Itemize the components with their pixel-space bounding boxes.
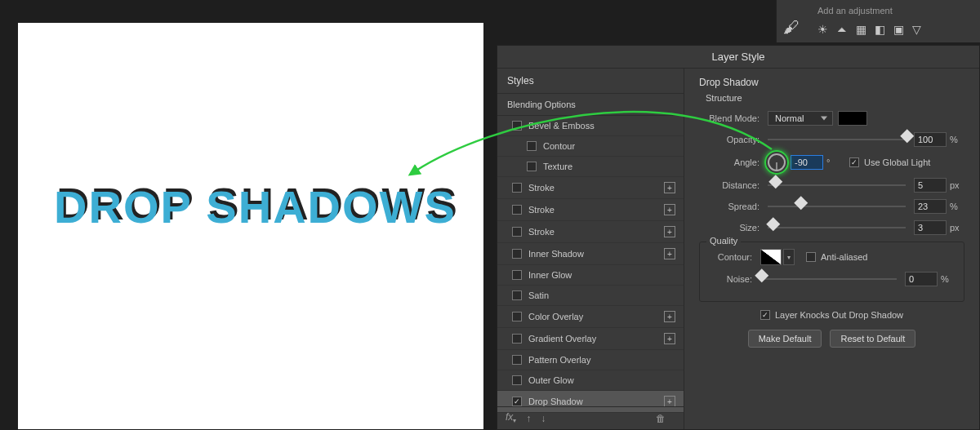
style-checkbox[interactable] — [527, 162, 537, 171]
styles-header[interactable]: Styles — [497, 69, 684, 94]
more-icon[interactable]: ▽ — [912, 23, 921, 36]
style-checkbox[interactable] — [527, 141, 537, 151]
adjustments-panel: ◯ 🖌 Add an adjustment ☀ ⏶ ▦ ◧ ▣ ▽ — [776, 0, 980, 42]
move-up-icon[interactable]: ↑ — [526, 413, 531, 424]
size-field[interactable]: 3 — [914, 220, 947, 235]
angle-highlight-ring — [764, 150, 789, 175]
opacity-field[interactable]: 100 — [914, 132, 947, 147]
make-default-button[interactable]: Make Default — [748, 330, 822, 348]
style-checkbox[interactable] — [512, 355, 522, 365]
add-effect-icon[interactable]: + — [664, 248, 675, 259]
style-checkbox[interactable] — [512, 290, 522, 300]
anti-aliased-checkbox[interactable] — [806, 252, 816, 262]
add-effect-icon[interactable]: + — [664, 396, 675, 407]
style-checkbox[interactable] — [512, 375, 522, 385]
fx-menu[interactable]: fx▾ — [506, 411, 516, 424]
knockout-label: Layer Knocks Out Drop Shadow — [775, 310, 903, 320]
use-global-light-checkbox[interactable] — [849, 157, 859, 167]
noise-slider[interactable] — [760, 278, 897, 280]
styles-footer: fx▾ ↑ ↓ 🗑 — [497, 406, 684, 429]
style-item-stroke[interactable]: Stroke+ — [497, 177, 684, 199]
distance-row: Distance: 5 px — [699, 178, 964, 193]
style-label: Stroke — [528, 205, 664, 215]
style-checkbox[interactable] — [512, 397, 522, 406]
size-slider[interactable] — [768, 227, 906, 228]
add-effect-icon[interactable]: + — [664, 226, 675, 237]
spread-slider[interactable] — [768, 206, 906, 207]
contour-label: Contour: — [708, 252, 760, 262]
style-item-satin[interactable]: Satin — [497, 286, 684, 306]
style-item-bevel-emboss[interactable]: Bevel & Emboss — [497, 116, 684, 136]
noise-field[interactable]: 0 — [905, 272, 938, 286]
style-item-color-overlay[interactable]: Color Overlay+ — [497, 306, 684, 328]
blend-mode-row: Blend Mode: Normal — [699, 111, 964, 126]
vibrance-icon[interactable]: ▣ — [893, 23, 904, 36]
style-label: Outer Glow — [528, 375, 675, 385]
style-label: Inner Glow — [528, 270, 675, 280]
style-item-inner-shadow[interactable]: Inner Shadow+ — [497, 243, 684, 265]
style-checkbox[interactable] — [512, 183, 522, 193]
blending-options[interactable]: Blending Options — [497, 94, 684, 116]
style-item-pattern-overlay[interactable]: Pattern Overlay — [497, 350, 684, 370]
blend-mode-label: Blend Mode: — [699, 113, 768, 123]
move-down-icon[interactable]: ↓ — [541, 413, 546, 424]
style-label: Texture — [543, 162, 675, 171]
blend-mode-select[interactable]: Normal — [768, 111, 833, 126]
contour-row: Contour: ▾ Anti-aliased — [708, 249, 956, 265]
curves-icon[interactable]: ▦ — [856, 23, 866, 36]
style-checkbox[interactable] — [512, 205, 522, 215]
distance-slider[interactable] — [768, 184, 906, 186]
style-checkbox[interactable] — [512, 249, 522, 259]
angle-label: Angle: — [699, 157, 768, 167]
canvas[interactable]: DROP SHADOWS — [18, 23, 483, 429]
reset-default-button[interactable]: Reset to Default — [830, 330, 915, 348]
angle-field[interactable]: -90 — [791, 155, 823, 170]
contour-preview[interactable] — [760, 249, 782, 265]
spread-field[interactable]: 23 — [914, 199, 947, 214]
canvas-text[interactable]: DROP SHADOWS — [54, 180, 457, 233]
style-item-inner-glow[interactable]: Inner Glow — [497, 265, 684, 286]
add-effect-icon[interactable]: + — [664, 311, 675, 322]
style-label: Stroke — [528, 227, 664, 237]
style-label: Stroke — [528, 183, 664, 193]
trash-icon[interactable]: 🗑 — [656, 413, 666, 424]
section-title: Drop Shadow — [699, 77, 964, 88]
dialog-title: Layer Style — [497, 46, 979, 69]
style-item-contour[interactable]: Contour — [497, 136, 684, 157]
exposure-icon[interactable]: ◧ — [875, 23, 885, 36]
anti-aliased-label: Anti-aliased — [821, 252, 867, 262]
size-label: Size: — [699, 223, 768, 233]
levels-icon[interactable]: ⏶ — [836, 23, 848, 36]
style-item-outer-glow[interactable]: Outer Glow — [497, 370, 684, 391]
structure-label: Structure — [706, 93, 964, 103]
style-label: Drop Shadow — [528, 397, 664, 406]
style-label: Inner Shadow — [528, 249, 664, 259]
settings-column: Drop Shadow Structure Blend Mode: Normal… — [684, 69, 979, 429]
spread-label: Spread: — [699, 202, 768, 211]
style-item-stroke[interactable]: Stroke+ — [497, 221, 684, 243]
style-checkbox[interactable] — [512, 334, 522, 344]
add-effect-icon[interactable]: + — [664, 204, 675, 215]
add-effect-icon[interactable]: + — [664, 182, 675, 193]
knockout-row: Layer Knocks Out Drop Shadow — [699, 310, 964, 320]
style-checkbox[interactable] — [512, 270, 522, 280]
shadow-color-swatch[interactable] — [838, 111, 867, 126]
quality-group: Quality Contour: ▾ Anti-aliased Noise: 0… — [699, 242, 964, 302]
style-label: Contour — [543, 141, 675, 151]
noise-row: Noise: 0 % — [708, 272, 956, 286]
adjustment-icons: ☀ ⏶ ▦ ◧ ▣ ▽ — [817, 23, 921, 36]
opacity-slider[interactable] — [768, 139, 906, 140]
brightness-icon[interactable]: ☀ — [817, 23, 828, 36]
distance-field[interactable]: 5 — [914, 178, 947, 193]
style-item-texture[interactable]: Texture — [497, 157, 684, 177]
style-checkbox[interactable] — [512, 121, 522, 131]
style-item-stroke[interactable]: Stroke+ — [497, 199, 684, 221]
style-item-gradient-overlay[interactable]: Gradient Overlay+ — [497, 328, 684, 350]
style-checkbox[interactable] — [512, 312, 522, 321]
add-effect-icon[interactable]: + — [664, 333, 675, 344]
brush-icon[interactable]: 🖌 — [783, 18, 800, 37]
angle-dial[interactable] — [768, 153, 786, 171]
contour-chevron[interactable]: ▾ — [783, 249, 795, 265]
knockout-checkbox[interactable] — [760, 310, 770, 320]
style-checkbox[interactable] — [512, 227, 522, 237]
